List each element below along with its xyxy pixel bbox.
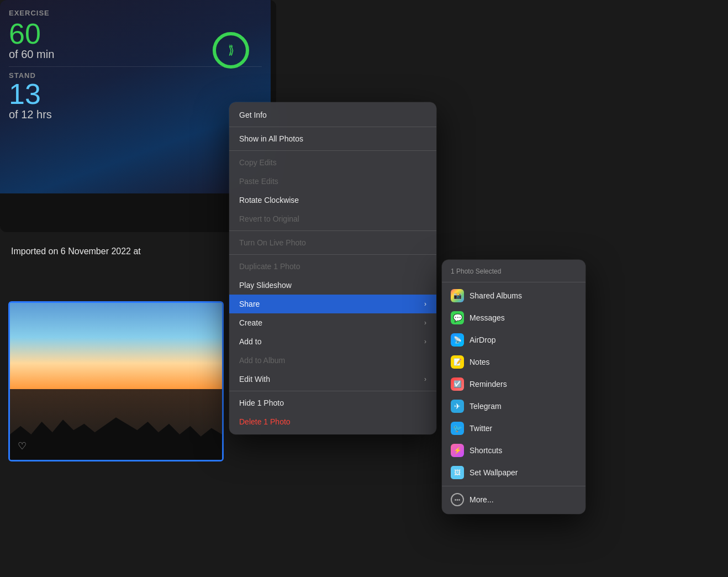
submenu-item-shared-albums[interactable]: 📸 Shared Albums [442,285,585,307]
stand-number: 13 [9,80,262,108]
menu-item-play-slideshow[interactable]: Play Slideshow [229,276,436,295]
create-chevron: › [424,319,426,327]
submenu-separator-top [442,282,585,282]
menu-item-turn-on-live-photo: Turn On Live Photo [229,233,436,252]
submenu-item-set-wallpaper[interactable]: 🖼 Set Wallpaper [442,461,585,484]
menu-item-hide-1-photo[interactable]: Hide 1 Photo [229,394,436,412]
photo-ground [10,389,222,460]
menu-item-add-to-album: Add to Album [229,351,436,370]
shortcuts-icon: ⚡ [451,444,464,457]
progress-circle: » » ⟫ [211,30,251,70]
shared-albums-icon: 📸 [451,289,464,302]
menu-item-revert-to-original: Revert to Original [229,209,436,228]
submenu-item-shortcuts[interactable]: ⚡ Shortcuts [442,439,585,461]
photo-thumbnail: ♡ [8,301,224,461]
stand-label: STAND [9,71,262,80]
separator-3 [229,230,436,231]
wallpaper-icon: 🖼 [451,466,464,479]
submenu-item-twitter[interactable]: 🐦 Twitter [442,417,585,439]
submenu-item-airdrop[interactable]: 📡 AirDrop [442,329,585,351]
submenu-header: 1 Photo Selected [442,263,585,280]
separator-5 [229,391,436,391]
menu-item-paste-edits: Paste Edits [229,172,436,191]
menu-item-get-info[interactable]: Get Info [229,106,436,124]
separator-1 [229,127,436,127]
menu-item-delete-1-photo[interactable]: Delete 1 Photo [229,412,436,431]
menu-item-rotate-clockwise[interactable]: Rotate Clockwise [229,191,436,209]
menu-item-copy-edits: Copy Edits [229,153,436,172]
menu-item-edit-with[interactable]: Edit With › [229,370,436,389]
menu-item-duplicate-1-photo: Duplicate 1 Photo [229,257,436,276]
separator-4 [229,254,436,255]
twitter-icon: 🐦 [451,422,464,435]
more-icon: ••• [451,493,464,506]
submenu-item-notes[interactable]: 📝 Notes [442,351,585,373]
submenu-separator-bottom [442,486,585,486]
notes-icon: 📝 [451,355,464,369]
photo-sky [10,303,222,389]
add-to-chevron: › [424,338,426,345]
exercise-label: EXERCISE [9,9,262,17]
telegram-icon: ✈ [451,400,464,413]
menu-item-add-to[interactable]: Add to › [229,332,436,351]
edit-with-chevron: › [424,375,426,383]
messages-icon: 💬 [451,311,464,324]
stand-sub: of 12 hrs [9,108,262,121]
context-menu: Get Info Show in All Photos Copy Edits P… [229,102,436,434]
airdrop-icon: 📡 [451,333,464,347]
menu-item-create[interactable]: Create › [229,313,436,332]
submenu-item-reminders[interactable]: ☑️ Reminders [442,373,585,395]
share-chevron: › [424,300,426,308]
submenu-item-telegram[interactable]: ✈ Telegram [442,395,585,417]
photo-trees [10,417,222,460]
separator-2 [229,150,436,151]
menu-item-show-in-all-photos[interactable]: Show in All Photos [229,129,436,148]
menu-item-share[interactable]: Share › [229,295,436,313]
share-submenu: 1 Photo Selected 📸 Shared Albums 💬 Messa… [442,260,585,514]
heart-icon: ♡ [18,440,27,452]
import-label: Imported on 6 November 2022 at [11,246,141,256]
reminders-icon: ☑️ [451,377,464,391]
submenu-item-messages[interactable]: 💬 Messages [442,307,585,329]
submenu-item-more[interactable]: ••• More... [442,489,585,511]
